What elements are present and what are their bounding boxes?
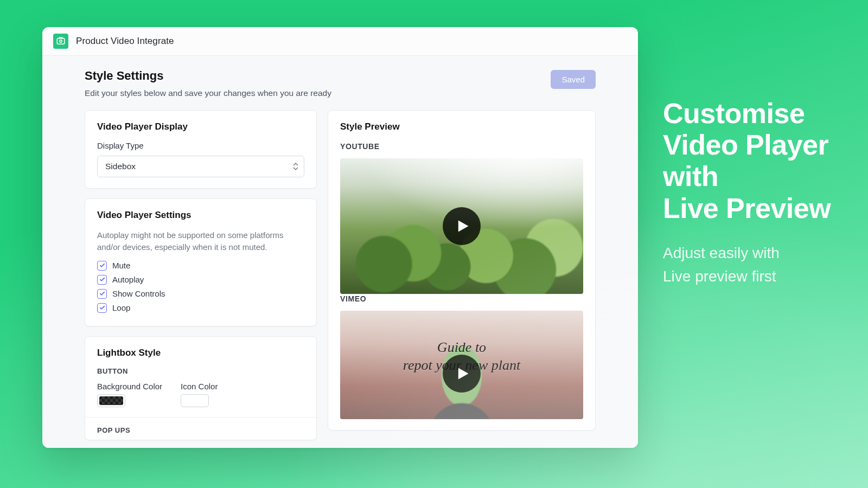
- card-title: Video Player Settings: [97, 210, 304, 221]
- mute-label: Mute: [112, 261, 130, 270]
- video-player-display-card: Video Player Display Display Type Sidebo…: [85, 110, 317, 189]
- button-heading: BUTTON: [97, 367, 304, 375]
- card-title: Video Player Display: [97, 121, 304, 132]
- page-header: Style Settings Edit your styles below an…: [85, 69, 596, 98]
- chevron-updown-icon: [293, 163, 298, 170]
- settings-note: Autoplay might not be supported on some …: [97, 229, 304, 253]
- play-button[interactable]: [443, 207, 481, 245]
- bg-color-picker[interactable]: [97, 394, 125, 407]
- promo-stage: Product Video Integrate Style Settings E…: [0, 0, 868, 488]
- bg-color-label: Background Color: [97, 382, 162, 391]
- show-controls-label: Show Controls: [112, 289, 165, 298]
- display-type-value: Sidebox: [105, 162, 136, 171]
- show-controls-checkbox[interactable]: [97, 289, 107, 299]
- bg-color-swatch: [99, 396, 123, 405]
- icon-color-label: Icon Color: [181, 382, 218, 391]
- card-title: Lightbox Style: [97, 348, 304, 358]
- app-title: Product Video Integrate: [76, 36, 174, 47]
- play-button[interactable]: [443, 355, 481, 393]
- loop-checkbox[interactable]: [97, 303, 107, 313]
- mute-checkbox[interactable]: [97, 261, 107, 271]
- display-type-label: Display Type: [97, 141, 304, 150]
- video-player-settings-card: Video Player Settings Autoplay might not…: [85, 198, 317, 326]
- youtube-preview: [340, 158, 583, 294]
- icon-color-swatch: [183, 396, 207, 405]
- app-logo-icon: [53, 34, 68, 49]
- svg-point-1: [60, 40, 62, 43]
- promo-subtext: Adjust easily with Live preview first: [663, 241, 847, 288]
- vimeo-preview: Guide to repot your new plant: [340, 311, 583, 419]
- promo-text: Customise Video Player with Live Preview…: [663, 98, 847, 288]
- loop-label: Loop: [112, 303, 130, 312]
- vimeo-label: VIMEO: [340, 294, 583, 303]
- app-header: Product Video Integrate: [42, 27, 638, 56]
- autoplay-label: Autoplay: [112, 275, 144, 284]
- youtube-label: YOUTUBE: [340, 142, 583, 151]
- style-preview-card: Style Preview YOUTUBE VIMEO Guide to: [328, 110, 596, 431]
- saved-button[interactable]: Saved: [551, 70, 596, 89]
- lightbox-style-card: Lightbox Style BUTTON Background Color I…: [85, 336, 317, 440]
- page-subtitle: Edit your styles below and save your cha…: [85, 88, 331, 98]
- page-title: Style Settings: [85, 69, 331, 83]
- popups-heading: POP UPS: [97, 426, 304, 434]
- app-body: Style Settings Edit your styles below an…: [42, 56, 638, 448]
- icon-color-picker[interactable]: [181, 394, 209, 407]
- app-window: Product Video Integrate Style Settings E…: [42, 27, 638, 448]
- svg-rect-0: [57, 38, 65, 44]
- card-title: Style Preview: [340, 121, 583, 132]
- display-type-select[interactable]: Sidebox: [97, 156, 304, 177]
- promo-headline: Customise Video Player with Live Preview: [663, 98, 847, 224]
- autoplay-checkbox[interactable]: [97, 275, 107, 285]
